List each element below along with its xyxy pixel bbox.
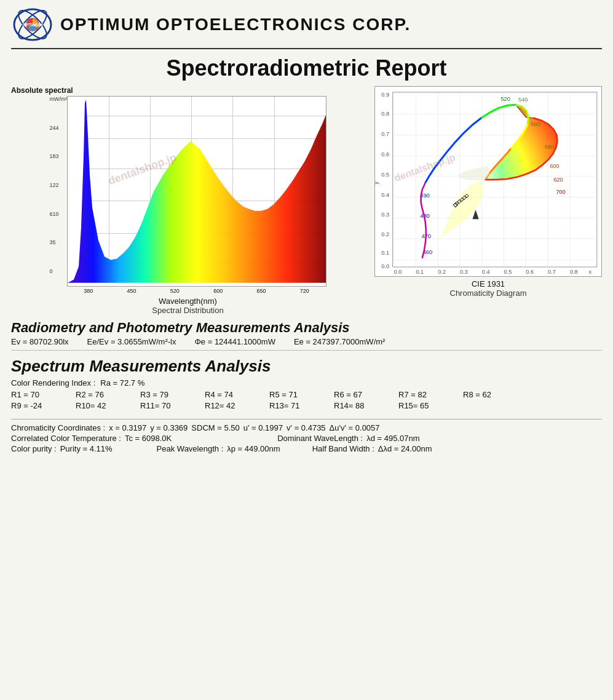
r12: R12= 42 (205, 401, 269, 410)
y-35: 35 (50, 239, 67, 245)
halfband-label: Half Band Width : (312, 444, 374, 453)
r5: R5 = 71 (269, 390, 334, 399)
purity-label: Color purity : (11, 444, 57, 453)
chromaticity-row: Chromaticity Coordinates : x = 0.3197 y … (11, 423, 602, 432)
cri-value: Ra = 72.7 % (100, 378, 144, 388)
r4: R4 = 74 (205, 390, 269, 399)
r3: R3 = 79 (140, 390, 205, 399)
company-logo: OPTiMUM (11, 6, 54, 43)
ee-value: Ee = 247397.7000mW/m² (294, 337, 386, 346)
svg-text:580: 580 (545, 144, 554, 150)
cie-title: CIE 1931 (472, 279, 505, 288)
svg-text:0.0: 0.0 (394, 269, 402, 275)
r1: R1 = 70 (11, 390, 76, 399)
svg-text:0.2: 0.2 (381, 231, 389, 237)
x-label-450: 450 (127, 288, 136, 294)
svg-text:0.3: 0.3 (381, 212, 389, 218)
y-0: 0 (50, 268, 67, 274)
svg-text:0.9: 0.9 (381, 92, 389, 98)
spectrum-section: Spectrum Measurements Analysis Color Ren… (11, 357, 602, 410)
r11: R11= 70 (140, 401, 205, 410)
r13: R13= 71 (269, 401, 334, 410)
x-label-650: 650 (256, 288, 266, 294)
radiometry-values: Ev = 80702.90lx Ee/Ev = 3.0655mW/m²-lx Φ… (11, 337, 602, 346)
peak-val: λp = 449.00nm (227, 444, 280, 453)
r14: R14= 88 (334, 401, 398, 410)
svg-text:0.3: 0.3 (460, 269, 468, 275)
x-val: x = 0.3197 (109, 423, 146, 432)
svg-text:0.5: 0.5 (381, 172, 389, 178)
spectral-chart: dentalshop.jp (67, 96, 326, 287)
x-label-520: 520 (170, 288, 180, 294)
chromaticity-label: Chromaticity Coordinates : (11, 423, 105, 432)
cie-svg: 0.9 0.8 0.7 0.6 0.5 0.4 0.3 0.2 0.1 0.0 … (375, 87, 601, 276)
purity-val: Purity = 4.11% (60, 444, 113, 453)
page: OPTiMUM OPTIMUM OPTOELECTRONICS CORP. Sp… (0, 0, 613, 700)
u-prime: u' = 0.1997 (243, 423, 283, 432)
svg-text:x: x (589, 269, 592, 275)
svg-text:0.6: 0.6 (526, 269, 534, 275)
svg-text:0.4: 0.4 (482, 269, 490, 275)
x-label-380: 380 (84, 288, 93, 294)
spectral-svg (68, 97, 326, 286)
y-244: 244 (50, 125, 67, 131)
report-title: Spectroradiometric Report (11, 55, 602, 81)
divider-1 (11, 350, 602, 351)
y-122: 122 (50, 182, 67, 188)
r15: R15= 65 (398, 401, 463, 410)
svg-text:0.8: 0.8 (381, 111, 389, 117)
y-val: y = 0.3369 (150, 423, 188, 432)
svg-text:0.5: 0.5 (504, 269, 512, 275)
bottom-info: Chromaticity Coordinates : x = 0.3197 y … (11, 419, 602, 453)
svg-text:0.8: 0.8 (570, 269, 578, 275)
y-183: 183 (50, 153, 67, 159)
svg-text:0.6: 0.6 (381, 151, 389, 157)
svg-text:600: 600 (550, 163, 559, 169)
header: OPTiMUM OPTIMUM OPTOELECTRONICS CORP. (11, 6, 602, 49)
svg-text:0.0: 0.0 (381, 263, 389, 269)
radiometry-title: Radiometry and Photometry Measurements A… (11, 320, 602, 336)
r9: R9 = -24 (11, 401, 76, 410)
cri-label: Color Rendering Index : (11, 378, 95, 388)
spectral-x-label: Wavelength(nm) (159, 296, 217, 306)
purity-row: Color purity : Purity = 4.11% Peak Wavel… (11, 444, 602, 453)
svg-text:y: y (375, 181, 379, 185)
x-label-600: 600 (213, 288, 223, 294)
r2: R2 = 76 (76, 390, 140, 399)
svg-text:0.4: 0.4 (381, 192, 389, 198)
cct-row: Correlated Color Temperature : Tc = 6098… (11, 434, 602, 443)
r8: R8 = 62 (463, 390, 491, 399)
dominant-label: Dominant WaveLength : (277, 434, 363, 443)
v-prime: v' = 0.4735 (287, 423, 326, 432)
svg-text:0.7: 0.7 (548, 269, 556, 275)
svg-text:540: 540 (518, 97, 528, 103)
r6: R6 = 67 (334, 390, 398, 399)
dominant-val: λd = 495.07nm (366, 434, 419, 443)
spectral-sublabel: Spectral Distribution (152, 306, 223, 315)
svg-text:OPTiMUM: OPTiMUM (23, 23, 43, 27)
spectrum-title: Spectrum Measurements Analysis (11, 357, 602, 376)
delta-uv: Δu'v' = 0.0057 (330, 423, 380, 432)
svg-text:560: 560 (531, 121, 540, 127)
x-label-720: 720 (300, 288, 309, 294)
svg-text:0.1: 0.1 (416, 269, 424, 275)
y-axis-unit: mW/m²/nm (50, 96, 67, 102)
spectral-chart-container: Absolute spectral mW/m²/nm 244 183 122 6… (11, 86, 365, 315)
svg-text:520: 520 (500, 96, 510, 102)
r7: R7 = 82 (398, 390, 463, 399)
cie-sublabel: Chromaticity Diagram (450, 288, 527, 298)
svg-text:700: 700 (556, 189, 565, 195)
cct-val: Tc = 6098.0K (125, 434, 172, 443)
svg-text:0.7: 0.7 (381, 131, 389, 137)
charts-row: Absolute spectral mW/m²/nm 244 183 122 6… (11, 86, 602, 315)
cie-chart: 0.9 0.8 0.7 0.6 0.5 0.4 0.3 0.2 0.1 0.0 … (374, 86, 602, 277)
ee-ev-value: Ee/Ev = 3.0655mW/m²-lx (87, 337, 176, 346)
radiometry-section: Radiometry and Photometry Measurements A… (11, 320, 602, 346)
svg-text:620: 620 (553, 177, 563, 183)
y-610: 610 (50, 211, 67, 217)
cie-chart-container: 0.9 0.8 0.7 0.6 0.5 0.4 0.3 0.2 0.1 0.0 … (374, 86, 602, 315)
cct-label: Correlated Color Temperature : (11, 434, 121, 443)
sdcm: SDCM = 5.50 (191, 423, 239, 432)
peak-label: Peak Wavelength : (157, 444, 224, 453)
r10: R10= 42 (76, 401, 140, 410)
